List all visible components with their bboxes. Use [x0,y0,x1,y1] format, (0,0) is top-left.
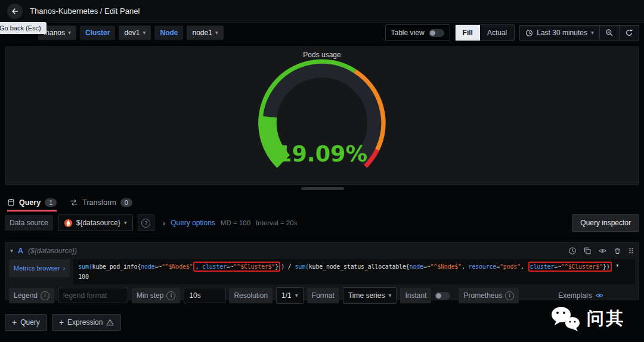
query-footer: + Query + Expression [5,314,121,331]
interval-hint: Interval = 20s [256,219,297,226]
min-step-input[interactable] [184,288,225,303]
metrics-browser-label: Metrics browser [14,265,60,272]
data-source-help-button[interactable]: ? [138,214,154,231]
chevron-down-icon: ▾ [591,30,594,36]
resolution-label: Resolution [229,288,273,303]
datasource-variable-value: thanos [44,29,65,37]
panel-resize-handle[interactable] [301,187,344,190]
hide-query-eye-icon[interactable] [598,247,607,255]
info-circle-icon: i [41,291,49,300]
prometheus-label-text: Prometheus [463,291,502,300]
clock-icon [525,29,533,37]
table-view-toggle[interactable] [429,29,444,37]
cluster-variable-dropdown[interactable]: dev1 ▾ [119,26,151,40]
tab-query-count: 1 [45,198,57,207]
delete-query-trash-icon[interactable] [614,247,621,255]
tab-transform-label: Transform [82,198,116,207]
query-a-header: ▾ A (${datasource}) ⠿ [9,244,635,258]
node-variable-dropdown[interactable]: node1 ▾ [187,26,223,40]
instant-toggle[interactable] [435,292,450,300]
node-variable-label: Node [154,26,183,40]
editor-tabs: Query 1 Transform 0 [5,194,639,211]
add-expression-button[interactable]: + Expression [52,314,122,331]
info-circle-icon: i [505,291,514,300]
variables-toolbar: thanos ▾ Cluster dev1 ▾ Node node1 ▾ Tab… [5,24,639,41]
chevron-down-icon: ▾ [68,30,71,36]
cluster-variable-label: Cluster [80,26,115,40]
add-query-label: Query [20,318,40,327]
data-source-value: ${datasource} [76,219,120,227]
format-select[interactable]: Time series ▾ [343,287,397,304]
display-mode-group: Fill Actual [455,24,515,41]
query-expression-row: Metrics browser › sum(kube_pod_info{node… [9,259,635,284]
exemplars-eye-icon[interactable] [595,291,604,300]
drag-handle-icon[interactable]: ⠿ [628,247,634,256]
refresh-icon [625,29,633,37]
top-navbar: Thanos-Kubernetes / Edit Panel [0,0,644,23]
gauge-container: 19.09% [5,59,639,173]
warning-triangle-icon [106,319,114,326]
query-row-a: ▾ A (${datasource}) ⠿ [5,242,639,300]
tab-transform-count: 0 [120,198,132,207]
prometheus-label: Prometheus i [459,288,519,303]
chevron-down-icon: ▾ [388,293,391,299]
time-range-picker[interactable]: Last 30 minutes ▾ [519,25,600,41]
tab-query-label: Query [19,198,41,207]
actual-mode-button[interactable]: Actual [480,25,514,41]
query-a-actions: ⠿ [568,247,634,256]
collapse-chevron-icon[interactable]: ▾ [10,248,13,254]
add-query-button[interactable]: + Query [5,314,47,331]
promql-expression[interactable]: sum(kube_pod_info{node=~"^$Node$", clust… [73,259,635,284]
exemplars-control: Exemplars [553,288,609,303]
info-circle-icon: i [166,291,175,300]
panel-title: Pods usage [5,47,639,59]
zoom-out-icon [605,29,614,37]
zoom-out-button[interactable] [599,25,620,41]
legend-format-input[interactable] [58,288,128,303]
time-range-value: Last 30 minutes [537,29,587,37]
node-variable-value: node1 [192,29,212,37]
duplicate-query-icon[interactable] [583,247,592,255]
data-source-label: Data source [5,215,53,231]
toggle-knob [436,293,441,299]
back-button[interactable] [7,4,23,19]
question-circle-icon: ? [141,219,150,228]
view-controls: Table view Fill Actual Last 30 minutes ▾ [385,24,639,41]
metrics-browser-button[interactable]: Metrics browser › [9,259,70,277]
table-view-control: Table view [385,24,450,41]
toggle-knob [430,30,435,36]
transform-arrows-icon [70,198,78,207]
plus-icon: + [12,318,17,327]
time-range-controls: Last 30 minutes ▾ [519,25,639,41]
fill-mode-button[interactable]: Fill [456,25,480,41]
wechat-watermark: 问其 [550,305,625,332]
instant-label: Instant [400,288,431,303]
svg-text:19.09%: 19.09% [277,141,367,167]
max-data-points-hint: MD = 100 [221,219,250,226]
query-options-toggle[interactable]: Query options [171,219,215,227]
chevron-down-icon: ▾ [215,30,218,36]
database-icon [7,198,15,207]
query-options-section: › Query options MD = 100 Interval = 20s [163,219,298,228]
wechat-icon [550,305,581,332]
add-expression-label: Expression [67,318,103,327]
chevron-right-icon: › [163,219,165,228]
query-history-icon[interactable] [568,247,577,255]
query-datasource-hint: (${datasource}) [28,247,77,255]
tab-transform[interactable]: Transform 0 [70,194,132,211]
tab-query[interactable]: Query 1 [7,194,57,211]
plus-icon: + [59,318,64,327]
arrow-left-icon [11,7,19,15]
resolution-select[interactable]: 1/1 ▾ [276,287,304,304]
legend-label-text: Legend [14,291,38,300]
data-source-picker[interactable]: ${datasource} ▾ [58,214,133,231]
refresh-button[interactable] [619,25,639,41]
resolution-value: 1/1 [281,291,292,300]
pods-usage-gauge: 19.09% [252,59,392,173]
legend-label: Legend i [9,288,54,303]
chevron-right-icon: › [63,265,66,272]
chevron-down-icon: ▾ [295,293,298,299]
min-step-label: Min step i [132,288,180,303]
query-inspector-button[interactable]: Query inspector [572,214,639,232]
format-value: Time series [348,291,385,300]
